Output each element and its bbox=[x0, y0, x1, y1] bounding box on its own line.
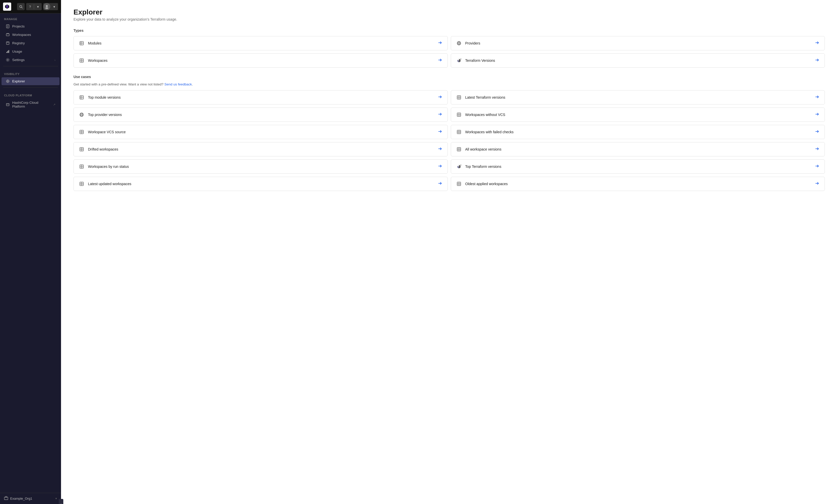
hcp-label: HashiCorp Cloud Platform bbox=[12, 101, 50, 108]
avatar-button[interactable] bbox=[43, 3, 50, 10]
user-dropdown-button[interactable]: ▾ bbox=[50, 3, 58, 10]
sidebar: ? ▾ ▾ Manage Projects Workspaces bbox=[0, 0, 61, 504]
card-label: Oldest applied workspaces bbox=[465, 182, 812, 186]
card-arrow-icon bbox=[438, 181, 443, 187]
svg-marker-49 bbox=[457, 60, 459, 62]
card-arrow-icon bbox=[815, 146, 819, 152]
logo-icon bbox=[3, 3, 11, 11]
bar-chart-icon bbox=[6, 49, 10, 54]
svg-point-8 bbox=[45, 7, 48, 9]
svg-rect-18 bbox=[6, 52, 7, 53]
table-icon bbox=[79, 58, 84, 63]
globe-icon bbox=[79, 113, 84, 117]
projects-label: Projects bbox=[12, 24, 25, 28]
card-top-module-versions[interactable]: Top module versions bbox=[74, 90, 448, 104]
card-arrow-icon bbox=[815, 112, 819, 118]
card-label: Drifted workspaces bbox=[88, 147, 434, 151]
card-arrow-icon bbox=[815, 164, 819, 169]
svg-rect-20 bbox=[8, 50, 9, 53]
card-terraform-versions[interactable]: Terraform Versions bbox=[451, 54, 825, 68]
svg-rect-32 bbox=[80, 41, 83, 45]
card-arrow-icon bbox=[438, 129, 443, 135]
card-label: Latest updated workspaces bbox=[88, 182, 434, 186]
help-button[interactable]: ? bbox=[26, 3, 34, 10]
page-subtitle: Explore your data to analyze your organi… bbox=[74, 17, 825, 21]
card-workspace-vcs-source[interactable]: Workspace VCS source bbox=[74, 125, 448, 139]
card-arrow-icon bbox=[815, 129, 819, 135]
module-icon bbox=[79, 95, 84, 100]
svg-marker-102 bbox=[461, 164, 461, 166]
card-arrow-icon bbox=[438, 40, 443, 46]
sidebar-divider-1 bbox=[3, 66, 58, 66]
table-icon bbox=[456, 147, 462, 152]
terraform-icon bbox=[456, 58, 462, 63]
table-icon bbox=[456, 113, 462, 117]
svg-point-21 bbox=[7, 60, 8, 61]
types-section-title: Types bbox=[74, 28, 825, 33]
search-button[interactable] bbox=[17, 3, 25, 10]
feedback-link[interactable]: Send us feedback bbox=[164, 82, 192, 86]
help-button-group: ? ▾ bbox=[26, 3, 42, 10]
terraform-icon bbox=[456, 164, 462, 169]
sidebar-item-registry[interactable]: Registry bbox=[2, 39, 60, 47]
card-arrow-icon bbox=[815, 181, 819, 187]
card-label: Workspaces by run status bbox=[88, 164, 434, 168]
external-link-icon: ↗ bbox=[53, 103, 56, 106]
card-workspaces[interactable]: Workspaces bbox=[74, 54, 448, 68]
card-arrow-icon bbox=[815, 40, 819, 46]
sidebar-item-settings[interactable]: Settings › bbox=[2, 56, 60, 64]
svg-rect-19 bbox=[7, 51, 8, 53]
sidebar-item-projects[interactable]: Projects bbox=[2, 22, 60, 30]
header-actions: ? ▾ ▾ bbox=[17, 3, 58, 10]
main-content: Explorer Explore your data to analyze yo… bbox=[63, 0, 835, 504]
settings-arrow: › bbox=[55, 59, 56, 62]
table-icon bbox=[456, 130, 462, 134]
svg-point-23 bbox=[7, 81, 8, 82]
sidebar-item-hcp[interactable]: HashiCorp Cloud Platform ↗ bbox=[2, 99, 60, 110]
card-drifted-workspaces[interactable]: Drifted workspaces bbox=[74, 142, 448, 156]
settings-label: Settings bbox=[12, 58, 25, 62]
table-icon bbox=[79, 147, 84, 152]
card-arrow-icon bbox=[438, 112, 443, 118]
package-icon bbox=[6, 41, 10, 45]
card-workspaces-with-failed-checks[interactable]: Workspaces with failed checks bbox=[451, 125, 825, 139]
card-latest-terraform-versions[interactable]: Latest Terraform versions bbox=[451, 90, 825, 104]
svg-rect-31 bbox=[5, 496, 7, 497]
collapse-sidebar-button[interactable]: « bbox=[59, 499, 63, 504]
sidebar-item-usage[interactable]: Usage bbox=[2, 47, 60, 56]
sidebar-item-explorer[interactable]: Explorer bbox=[2, 77, 60, 85]
table-icon bbox=[79, 182, 84, 186]
sidebar-item-workspaces[interactable]: Workspaces bbox=[2, 31, 60, 39]
card-label: Providers bbox=[465, 41, 812, 45]
org-icon bbox=[4, 496, 8, 501]
card-label: Top provider versions bbox=[88, 113, 434, 117]
card-oldest-applied-workspaces[interactable]: Oldest applied workspaces bbox=[451, 177, 825, 191]
user-button-group: ▾ bbox=[43, 3, 58, 10]
gear-icon bbox=[6, 58, 10, 62]
use-cases-description: Get started with a pre-defined view. Wan… bbox=[74, 82, 825, 86]
card-workspaces-without-vcs[interactable]: Workspaces without VCS bbox=[451, 107, 825, 122]
card-label: Workspace VCS source bbox=[88, 130, 434, 134]
card-all-workspace-versions[interactable]: All workspace versions bbox=[451, 142, 825, 156]
page-title: Explorer bbox=[74, 8, 825, 16]
card-modules[interactable]: Modules bbox=[74, 36, 448, 51]
card-label: Top module versions bbox=[88, 95, 434, 99]
table-icon bbox=[456, 182, 462, 186]
card-arrow-icon bbox=[438, 146, 443, 152]
card-label: Workspaces without VCS bbox=[465, 113, 812, 117]
svg-marker-51 bbox=[461, 58, 461, 60]
svg-point-7 bbox=[46, 5, 48, 7]
card-top-provider-versions[interactable]: Top provider versions bbox=[74, 107, 448, 122]
help-dropdown-button[interactable]: ▾ bbox=[34, 3, 42, 10]
card-latest-updated-workspaces[interactable]: Latest updated workspaces bbox=[74, 177, 448, 191]
card-label: Workspaces with failed checks bbox=[465, 130, 812, 134]
sidebar-footer[interactable]: Example_Org1 ▾ bbox=[0, 493, 61, 504]
table-icon bbox=[79, 130, 84, 134]
card-top-terraform-versions[interactable]: Top Terraform versions bbox=[451, 159, 825, 174]
visibility-section-label: Visibility bbox=[0, 68, 61, 77]
card-providers[interactable]: Providers bbox=[451, 36, 825, 51]
layers-icon bbox=[6, 33, 10, 37]
svg-rect-14 bbox=[7, 33, 9, 34]
card-workspaces-by-run-status[interactable]: Workspaces by run status bbox=[74, 159, 448, 174]
svg-marker-100 bbox=[457, 166, 459, 168]
